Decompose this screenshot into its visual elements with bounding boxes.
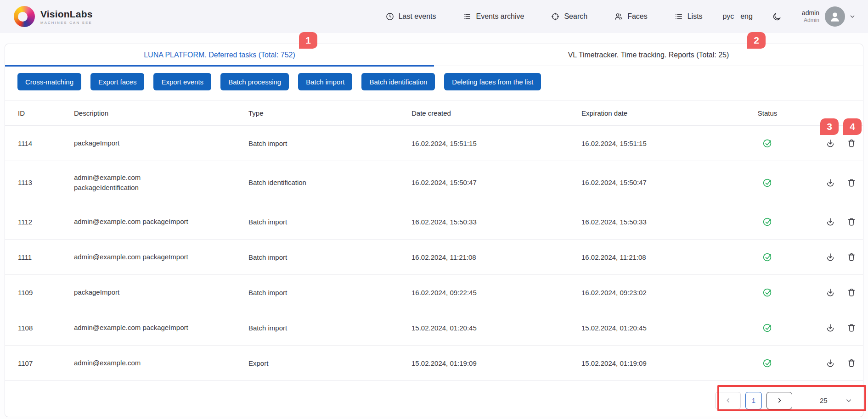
search-icon: [551, 12, 560, 21]
column-header-status: Status: [733, 109, 802, 117]
nav-events-archive[interactable]: Events archive: [462, 12, 524, 21]
task-description: admin@example.com packageIdentification: [74, 173, 248, 193]
task-id: 1111: [18, 253, 74, 261]
action-button-batch-import[interactable]: Batch import: [298, 73, 352, 90]
status-success-icon: [733, 287, 802, 297]
chevron-right-icon: [776, 397, 783, 404]
table-body: 1114packageImportBatch import16.02.2024,…: [5, 125, 863, 380]
action-button-deleting-faces-from-the-list[interactable]: Deleting faces from the list: [444, 73, 541, 90]
brand-logo[interactable]: VisionLabs MACHINES CAN SEE: [14, 6, 93, 27]
people-icon: [614, 12, 623, 21]
task-date-created: 16.02.2024, 15:50:33: [411, 218, 581, 226]
avatar[interactable]: [825, 6, 845, 27]
action-button-cross-matching[interactable]: Cross-matching: [17, 73, 81, 90]
task-expiration-date: 15.02.2024, 01:20:45: [581, 324, 733, 332]
task-description: admin@example.com packageImport: [74, 217, 248, 227]
user-menu[interactable]: admin Admin: [802, 9, 819, 23]
column-header-date-created: Date created: [411, 109, 581, 117]
lang-eng-button[interactable]: eng: [740, 12, 753, 21]
delete-task-button[interactable]: [846, 217, 857, 227]
nav-search-label: Search: [564, 12, 587, 21]
nav-faces-label: Faces: [627, 12, 648, 21]
task-date-created: 15.02.2024, 01:20:45: [411, 324, 581, 332]
download-result-button[interactable]: [825, 323, 835, 333]
task-id: 1107: [18, 359, 74, 367]
table-row: 1112admin@example.com packageImportBatch…: [5, 204, 863, 239]
task-type: Batch import: [248, 140, 411, 147]
download-result-button[interactable]: [825, 217, 835, 227]
user-menu-caret[interactable]: [849, 13, 856, 20]
tab-luna-deferred-tasks[interactable]: LUNA PLATFORM. Deferred tasks (Total: 75…: [5, 44, 434, 66]
next-page-button[interactable]: [767, 392, 792, 409]
column-header-expiration-date: Expiration date: [581, 109, 733, 117]
tab-vl-timetracker-reports[interactable]: VL Timetracker. Time tracking. Reports (…: [434, 44, 863, 66]
download-result-button[interactable]: [825, 178, 835, 188]
task-description: admin@example.com packageImport: [74, 252, 248, 262]
table-row: 1108admin@example.com packageImportBatch…: [5, 310, 863, 345]
nav-last-events[interactable]: Last events: [385, 12, 436, 21]
task-description: packageImport: [74, 138, 248, 148]
task-date-created: 16.02.2024, 15:51:15: [411, 140, 581, 147]
delete-task-button[interactable]: [846, 287, 857, 297]
delete-task-button[interactable]: [846, 323, 857, 333]
table-row: 1109packageImportBatch import16.02.2024,…: [5, 274, 863, 310]
nav-search[interactable]: Search: [551, 12, 587, 21]
task-expiration-date: 16.02.2024, 11:21:08: [581, 253, 733, 261]
delete-task-button[interactable]: [846, 178, 857, 188]
download-result-button[interactable]: [825, 252, 835, 262]
download-result-button[interactable]: [825, 138, 835, 148]
person-icon: [828, 10, 842, 23]
task-id: 1113: [18, 179, 74, 186]
table-row: 1111admin@example.com packageImportBatch…: [5, 239, 863, 274]
dark-mode-toggle[interactable]: [772, 12, 782, 22]
action-button-batch-identification[interactable]: Batch identification: [361, 73, 435, 90]
row-actions: [802, 287, 863, 297]
delete-task-button[interactable]: [846, 138, 857, 148]
task-expiration-date: 16.02.2024, 15:50:47: [581, 179, 733, 186]
list-icon: [674, 12, 683, 21]
chevron-down-icon: [849, 13, 856, 20]
download-result-button[interactable]: [825, 287, 835, 297]
user-name: admin: [802, 9, 819, 17]
lang-rus-button[interactable]: рус: [723, 12, 734, 21]
row-actions: [802, 217, 863, 227]
task-id: 1114: [18, 140, 74, 147]
action-button-batch-processing[interactable]: Batch processing: [220, 73, 289, 90]
task-date-created: 16.02.2024, 11:21:08: [411, 253, 581, 261]
table-row: 1114packageImportBatch import16.02.2024,…: [5, 125, 863, 161]
task-expiration-date: 15.02.2024, 01:19:09: [581, 359, 733, 367]
task-type: Batch import: [248, 289, 411, 296]
table-row: 1107admin@example.comExport15.02.2024, 0…: [5, 345, 863, 380]
action-button-export-faces[interactable]: Export faces: [90, 73, 144, 90]
delete-task-button[interactable]: [846, 358, 857, 368]
chevron-down-icon: [845, 397, 853, 405]
main-nav: Last events Events archive Search Faces …: [385, 12, 703, 21]
page-number-button[interactable]: 1: [745, 392, 762, 409]
previous-page-button[interactable]: [715, 392, 741, 409]
task-date-created: 15.02.2024, 01:19:09: [411, 359, 581, 367]
tabs-bar: LUNA PLATFORM. Deferred tasks (Total: 75…: [5, 44, 863, 66]
task-expiration-date: 16.02.2024, 09:23:02: [581, 289, 733, 296]
row-actions: [802, 358, 863, 368]
nav-faces[interactable]: Faces: [614, 12, 648, 21]
pagination: 1 25: [5, 380, 863, 419]
delete-task-button[interactable]: [846, 252, 857, 262]
task-id: 1112: [18, 218, 74, 226]
row-actions: [802, 178, 863, 188]
task-id: 1109: [18, 289, 74, 296]
download-result-button[interactable]: [825, 358, 835, 368]
row-actions: [802, 138, 863, 148]
row-actions: [802, 323, 863, 333]
status-success-icon: [733, 178, 802, 188]
user-role: Admin: [802, 17, 819, 23]
status-success-icon: [733, 217, 802, 227]
nav-last-events-label: Last events: [399, 12, 436, 21]
page-size-select[interactable]: 25: [804, 392, 856, 409]
language-switcher: рус eng: [723, 12, 753, 21]
task-description: admin@example.com packageImport: [74, 323, 248, 333]
task-description: admin@example.com: [74, 358, 248, 368]
nav-lists[interactable]: Lists: [674, 12, 703, 21]
action-button-export-events[interactable]: Export events: [153, 73, 211, 90]
task-type: Batch import: [248, 253, 411, 261]
task-type: Batch import: [248, 324, 411, 332]
